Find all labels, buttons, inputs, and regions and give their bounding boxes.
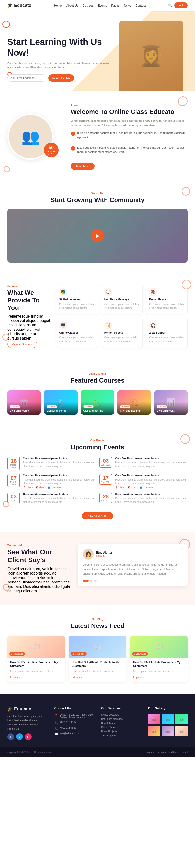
gallery-thumb-2[interactable]: 📸 xyxy=(176,714,188,724)
gallery-thumb-0[interactable]: 📸 xyxy=(148,714,160,724)
news-image-1: 📰 3 Views ago xyxy=(69,636,126,657)
event-month-3: Jan, 2021 xyxy=(101,481,111,483)
nav-actions: 🔍 Login xyxy=(168,2,188,8)
events-section: Our Events Upcoming Events 18 March, 202… xyxy=(0,427,195,532)
dot-inactive-1[interactable] xyxy=(90,580,93,582)
event-meta-item: 👥 0 Reviews xyxy=(47,486,61,489)
contact-email: ✉️ info@educato.com xyxy=(54,732,94,736)
course-tag-1: 3 Years xyxy=(46,405,57,408)
login-button[interactable]: Login xyxy=(174,2,188,8)
brand-name: Educato xyxy=(14,3,32,8)
gallery-thumb-3[interactable]: 📸 xyxy=(148,726,160,737)
news-grid: 📰 3 Views ago How Do I Sell Affiliate Pr… xyxy=(7,636,188,682)
dot-active[interactable] xyxy=(83,580,89,582)
email-input[interactable] xyxy=(7,74,46,82)
course-card-1[interactable]: 🔬 3 Years Civil Engineering xyxy=(44,390,78,414)
service-title-5: 24x7 Support xyxy=(149,331,185,334)
footer-service-2[interactable]: Book Library xyxy=(101,722,141,724)
event-month-1: Jun, 2021 xyxy=(101,464,111,466)
services-label: Services xyxy=(7,284,51,287)
about-text: About Welcome To Online Class Educato Lo… xyxy=(71,104,188,170)
footer-columns: 🎓 Educato Cras faucibus ornare ipsum, no… xyxy=(7,706,188,740)
nav-item-home[interactable]: Home xyxy=(54,3,62,7)
footer-service-0[interactable]: Skilled Lecturers xyxy=(101,714,141,716)
course-card-2[interactable]: 📐 3 Years Civil Engineering xyxy=(81,390,114,414)
view-all-services-button[interactable]: View All Services xyxy=(7,341,37,348)
gallery-thumb-4[interactable]: 📸 xyxy=(162,726,174,737)
hero-form: Subscribe Now xyxy=(7,74,115,82)
event-day-5: 28 xyxy=(101,494,111,499)
nav-item-pages[interactable]: Pages xyxy=(111,3,119,7)
gallery-thumb-5[interactable]: 📸 xyxy=(176,726,188,737)
community-video[interactable]: ▶ xyxy=(7,209,188,262)
news-title: Latest News Feed xyxy=(7,622,188,630)
news-section: Our Blog Latest News Feed 📰 3 Views ago … xyxy=(0,606,195,694)
event-meta-item: 📅 0 items xyxy=(127,486,138,489)
service-title-1: Hot Shore Message xyxy=(104,298,140,301)
event-meta-item: 📅 0 items xyxy=(35,486,46,489)
nav-item-contact[interactable]: Contact xyxy=(135,3,146,7)
dot-inactive-2[interactable] xyxy=(94,580,96,582)
nav-item-news[interactable]: News xyxy=(124,3,131,7)
copyright-text: Copyright © 2021 Luko. All rights reserv… xyxy=(7,751,54,753)
social-icons: f t in xyxy=(7,733,47,740)
course-card-0[interactable]: 🏛️ 3 Years Civil Engineering xyxy=(7,390,41,414)
about-read-more-button[interactable]: Read More xyxy=(71,162,94,170)
footer-link-privacy[interactable]: Privacy xyxy=(146,751,154,753)
gallery-thumb-1[interactable]: 📸 xyxy=(162,714,174,724)
news-image-2: 📰 3 Views ago xyxy=(130,636,188,657)
testimonial-desc: Gravidion noluquat, velit in sagittis la… xyxy=(7,567,71,593)
news-link-0[interactable]: Foundation xyxy=(10,676,23,679)
event-date-5: 28 Apr, 2021 xyxy=(100,493,112,503)
news-link-2[interactable]: Inspiration xyxy=(133,676,144,679)
footer-link-legal[interactable]: Legal xyxy=(182,751,188,753)
contact-address: 📍 Office No. 25, 10th Floor, Little Gala… xyxy=(54,714,94,719)
person-details: Etny Akhter Student xyxy=(96,551,112,557)
footer-service-5[interactable]: 24x7 Support xyxy=(101,734,141,737)
course-tag-4: 3 Years xyxy=(157,405,167,408)
event-info-4: Cras faucibus ornare ipsum luctus. Phase… xyxy=(23,493,95,504)
about-dot-1 xyxy=(71,131,75,136)
footer-bottom-links: Privacy Terms & Conditions Legal xyxy=(146,751,188,753)
quote-icon: " xyxy=(180,546,184,556)
subscribe-button[interactable]: Subscribe Now xyxy=(48,74,74,82)
service-desc-5: Cras ornare ipsum dolor a tellus eros fr… xyxy=(149,336,185,343)
twitter-icon[interactable]: t xyxy=(16,733,23,740)
event-date-2: 07 March, 2021 xyxy=(7,474,20,487)
event-item-1: 03 Jun, 2021 Cras faucibus ornare ipsum … xyxy=(100,457,188,470)
search-icon[interactable]: 🔍 xyxy=(168,3,172,7)
news-link-1[interactable]: Education xyxy=(72,676,82,679)
play-button[interactable]: ▶ xyxy=(91,229,104,242)
nav-item-about[interactable]: About Us xyxy=(66,3,78,7)
course-card-3[interactable]: 🏗️ 3 Years Civil Engineering xyxy=(117,390,151,414)
footer-link-terms[interactable]: Terms & Conditions xyxy=(157,751,179,753)
course-card-4[interactable]: 📊 3 Years Civil Engineer... xyxy=(154,390,188,414)
event-date-1: 03 Jun, 2021 xyxy=(100,457,112,468)
course-overlay-0: 3 Years Civil Engineering xyxy=(7,402,41,414)
footer-gallery-title: Our Gallery xyxy=(148,706,188,710)
nav-item-courses[interactable]: Courses xyxy=(83,3,93,7)
brand-logo[interactable]: 🎓 Educato xyxy=(7,3,32,8)
course-name-1: Civil Engineering xyxy=(46,409,75,412)
facebook-icon[interactable]: f xyxy=(7,733,14,740)
course-tag-2: 3 Years xyxy=(83,405,93,408)
service-title-4: Home Projects xyxy=(104,331,140,334)
testimonial-intro: Testimonial See What Our Client Say's Gr… xyxy=(7,544,71,593)
footer-services-col: Our Services Skilled Lecturers Hot Shore… xyxy=(101,706,141,740)
event-desc-3: Phasellus maximus orci metus. Nullam eli… xyxy=(115,478,188,485)
footer-service-4[interactable]: Home Projects xyxy=(101,730,141,733)
event-date-4: 03 Jun, 2021 xyxy=(7,493,20,503)
events-view-all-button[interactable]: View All Services xyxy=(82,512,113,520)
footer-service-1[interactable]: Hot Shore Message xyxy=(101,718,141,720)
service-desc-0: Cras ornare ipsum dolor a tellus eros ma… xyxy=(59,302,94,310)
footer-gallery-grid: 📸 📸 📸 📸 📸 📸 xyxy=(148,714,188,737)
event-month-0: March, 2021 xyxy=(9,464,18,469)
hero-content: Start Learning With Us Now! Cras faucibu… xyxy=(7,37,115,91)
events-btn-center: View All Services xyxy=(7,510,188,520)
instagram-icon[interactable]: in xyxy=(25,733,32,740)
footer-services-list: Skilled Lecturers Hot Shore Message Book… xyxy=(101,714,141,737)
service-desc-2: Cras ornare ipsum dolor a tellus eros ma… xyxy=(149,302,185,310)
about-image-wrap: 👥 50 years ofexperience xyxy=(7,114,61,160)
nav-item-events[interactable]: Events xyxy=(98,3,107,7)
footer-service-3[interactable]: Online Classes xyxy=(101,726,141,729)
